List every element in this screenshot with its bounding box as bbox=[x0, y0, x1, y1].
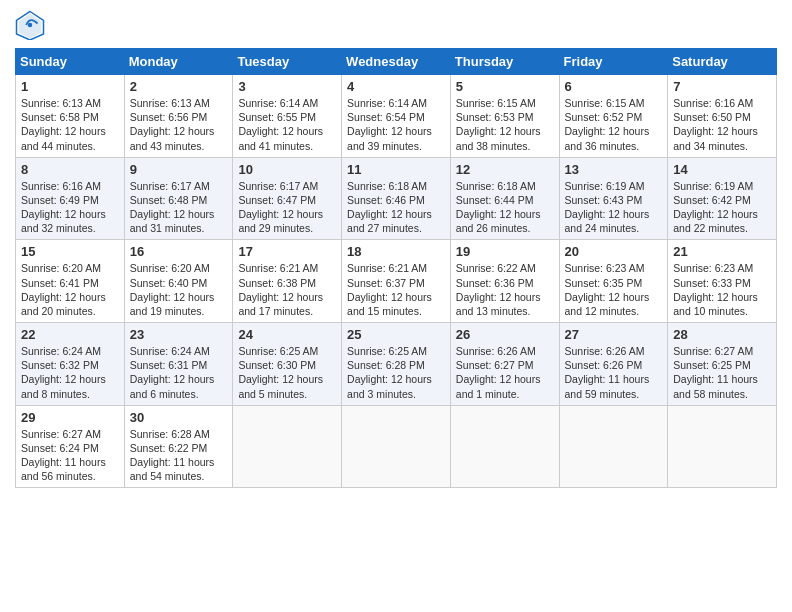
sunset-label: Sunset: 6:52 PM bbox=[565, 111, 643, 123]
calendar-week-5: 29 Sunrise: 6:27 AM Sunset: 6:24 PM Dayl… bbox=[16, 405, 777, 488]
calendar-cell bbox=[342, 405, 451, 488]
day-number: 7 bbox=[673, 79, 771, 94]
day-number: 21 bbox=[673, 244, 771, 259]
day-info: Sunrise: 6:23 AM Sunset: 6:33 PM Dayligh… bbox=[673, 261, 771, 318]
sunrise-label: Sunrise: 6:27 AM bbox=[21, 428, 101, 440]
day-number: 3 bbox=[238, 79, 336, 94]
header bbox=[15, 10, 777, 40]
daylight-label: Daylight: 12 hours and 44 minutes. bbox=[21, 125, 106, 151]
day-number: 4 bbox=[347, 79, 445, 94]
sunset-label: Sunset: 6:55 PM bbox=[238, 111, 316, 123]
day-info: Sunrise: 6:22 AM Sunset: 6:36 PM Dayligh… bbox=[456, 261, 554, 318]
day-number: 20 bbox=[565, 244, 663, 259]
day-number: 12 bbox=[456, 162, 554, 177]
day-info: Sunrise: 6:21 AM Sunset: 6:37 PM Dayligh… bbox=[347, 261, 445, 318]
calendar-cell: 2 Sunrise: 6:13 AM Sunset: 6:56 PM Dayli… bbox=[124, 75, 233, 158]
day-info: Sunrise: 6:25 AM Sunset: 6:30 PM Dayligh… bbox=[238, 344, 336, 401]
calendar-cell: 9 Sunrise: 6:17 AM Sunset: 6:48 PM Dayli… bbox=[124, 157, 233, 240]
day-info: Sunrise: 6:14 AM Sunset: 6:54 PM Dayligh… bbox=[347, 96, 445, 153]
daylight-label: Daylight: 12 hours and 32 minutes. bbox=[21, 208, 106, 234]
daylight-label: Daylight: 12 hours and 20 minutes. bbox=[21, 291, 106, 317]
calendar-cell: 14 Sunrise: 6:19 AM Sunset: 6:42 PM Dayl… bbox=[668, 157, 777, 240]
calendar-cell: 22 Sunrise: 6:24 AM Sunset: 6:32 PM Dayl… bbox=[16, 323, 125, 406]
daylight-label: Daylight: 12 hours and 39 minutes. bbox=[347, 125, 432, 151]
svg-point-2 bbox=[28, 23, 33, 28]
day-number: 8 bbox=[21, 162, 119, 177]
sunset-label: Sunset: 6:37 PM bbox=[347, 277, 425, 289]
daylight-label: Daylight: 12 hours and 15 minutes. bbox=[347, 291, 432, 317]
day-number: 30 bbox=[130, 410, 228, 425]
calendar-cell: 23 Sunrise: 6:24 AM Sunset: 6:31 PM Dayl… bbox=[124, 323, 233, 406]
day-number: 26 bbox=[456, 327, 554, 342]
day-number: 27 bbox=[565, 327, 663, 342]
day-info: Sunrise: 6:26 AM Sunset: 6:27 PM Dayligh… bbox=[456, 344, 554, 401]
day-info: Sunrise: 6:14 AM Sunset: 6:55 PM Dayligh… bbox=[238, 96, 336, 153]
daylight-label: Daylight: 12 hours and 22 minutes. bbox=[673, 208, 758, 234]
weekday-header-row: SundayMondayTuesdayWednesdayThursdayFrid… bbox=[16, 49, 777, 75]
daylight-label: Daylight: 12 hours and 10 minutes. bbox=[673, 291, 758, 317]
sunrise-label: Sunrise: 6:16 AM bbox=[673, 97, 753, 109]
calendar-cell bbox=[233, 405, 342, 488]
sunset-label: Sunset: 6:49 PM bbox=[21, 194, 99, 206]
day-info: Sunrise: 6:27 AM Sunset: 6:25 PM Dayligh… bbox=[673, 344, 771, 401]
sunrise-label: Sunrise: 6:13 AM bbox=[21, 97, 101, 109]
day-info: Sunrise: 6:21 AM Sunset: 6:38 PM Dayligh… bbox=[238, 261, 336, 318]
sunset-label: Sunset: 6:44 PM bbox=[456, 194, 534, 206]
sunrise-label: Sunrise: 6:28 AM bbox=[130, 428, 210, 440]
calendar-cell: 24 Sunrise: 6:25 AM Sunset: 6:30 PM Dayl… bbox=[233, 323, 342, 406]
sunset-label: Sunset: 6:56 PM bbox=[130, 111, 208, 123]
sunset-label: Sunset: 6:30 PM bbox=[238, 359, 316, 371]
day-number: 10 bbox=[238, 162, 336, 177]
calendar-cell: 15 Sunrise: 6:20 AM Sunset: 6:41 PM Dayl… bbox=[16, 240, 125, 323]
sunset-label: Sunset: 6:35 PM bbox=[565, 277, 643, 289]
calendar-cell: 16 Sunrise: 6:20 AM Sunset: 6:40 PM Dayl… bbox=[124, 240, 233, 323]
sunset-label: Sunset: 6:58 PM bbox=[21, 111, 99, 123]
sunrise-label: Sunrise: 6:15 AM bbox=[565, 97, 645, 109]
sunset-label: Sunset: 6:25 PM bbox=[673, 359, 751, 371]
day-info: Sunrise: 6:27 AM Sunset: 6:24 PM Dayligh… bbox=[21, 427, 119, 484]
day-info: Sunrise: 6:24 AM Sunset: 6:32 PM Dayligh… bbox=[21, 344, 119, 401]
sunset-label: Sunset: 6:46 PM bbox=[347, 194, 425, 206]
day-number: 23 bbox=[130, 327, 228, 342]
sunset-label: Sunset: 6:50 PM bbox=[673, 111, 751, 123]
day-info: Sunrise: 6:23 AM Sunset: 6:35 PM Dayligh… bbox=[565, 261, 663, 318]
daylight-label: Daylight: 11 hours and 59 minutes. bbox=[565, 373, 650, 399]
sunrise-label: Sunrise: 6:24 AM bbox=[130, 345, 210, 357]
sunrise-label: Sunrise: 6:25 AM bbox=[347, 345, 427, 357]
day-info: Sunrise: 6:16 AM Sunset: 6:49 PM Dayligh… bbox=[21, 179, 119, 236]
day-number: 19 bbox=[456, 244, 554, 259]
sunrise-label: Sunrise: 6:27 AM bbox=[673, 345, 753, 357]
calendar-cell: 30 Sunrise: 6:28 AM Sunset: 6:22 PM Dayl… bbox=[124, 405, 233, 488]
daylight-label: Daylight: 11 hours and 58 minutes. bbox=[673, 373, 758, 399]
sunset-label: Sunset: 6:54 PM bbox=[347, 111, 425, 123]
sunrise-label: Sunrise: 6:18 AM bbox=[456, 180, 536, 192]
calendar-cell bbox=[450, 405, 559, 488]
weekday-wednesday: Wednesday bbox=[342, 49, 451, 75]
day-number: 15 bbox=[21, 244, 119, 259]
daylight-label: Daylight: 11 hours and 54 minutes. bbox=[130, 456, 215, 482]
daylight-label: Daylight: 12 hours and 24 minutes. bbox=[565, 208, 650, 234]
daylight-label: Daylight: 12 hours and 3 minutes. bbox=[347, 373, 432, 399]
sunset-label: Sunset: 6:36 PM bbox=[456, 277, 534, 289]
daylight-label: Daylight: 12 hours and 43 minutes. bbox=[130, 125, 215, 151]
day-number: 14 bbox=[673, 162, 771, 177]
day-info: Sunrise: 6:26 AM Sunset: 6:26 PM Dayligh… bbox=[565, 344, 663, 401]
calendar-cell: 27 Sunrise: 6:26 AM Sunset: 6:26 PM Dayl… bbox=[559, 323, 668, 406]
calendar-table: SundayMondayTuesdayWednesdayThursdayFrid… bbox=[15, 48, 777, 488]
day-info: Sunrise: 6:20 AM Sunset: 6:40 PM Dayligh… bbox=[130, 261, 228, 318]
weekday-monday: Monday bbox=[124, 49, 233, 75]
sunset-label: Sunset: 6:32 PM bbox=[21, 359, 99, 371]
weekday-saturday: Saturday bbox=[668, 49, 777, 75]
day-info: Sunrise: 6:17 AM Sunset: 6:47 PM Dayligh… bbox=[238, 179, 336, 236]
sunset-label: Sunset: 6:47 PM bbox=[238, 194, 316, 206]
calendar-cell: 19 Sunrise: 6:22 AM Sunset: 6:36 PM Dayl… bbox=[450, 240, 559, 323]
daylight-label: Daylight: 12 hours and 13 minutes. bbox=[456, 291, 541, 317]
day-info: Sunrise: 6:19 AM Sunset: 6:42 PM Dayligh… bbox=[673, 179, 771, 236]
calendar-cell: 17 Sunrise: 6:21 AM Sunset: 6:38 PM Dayl… bbox=[233, 240, 342, 323]
sunrise-label: Sunrise: 6:20 AM bbox=[21, 262, 101, 274]
sunset-label: Sunset: 6:43 PM bbox=[565, 194, 643, 206]
daylight-label: Daylight: 12 hours and 36 minutes. bbox=[565, 125, 650, 151]
sunset-label: Sunset: 6:42 PM bbox=[673, 194, 751, 206]
calendar-cell: 25 Sunrise: 6:25 AM Sunset: 6:28 PM Dayl… bbox=[342, 323, 451, 406]
day-info: Sunrise: 6:13 AM Sunset: 6:58 PM Dayligh… bbox=[21, 96, 119, 153]
